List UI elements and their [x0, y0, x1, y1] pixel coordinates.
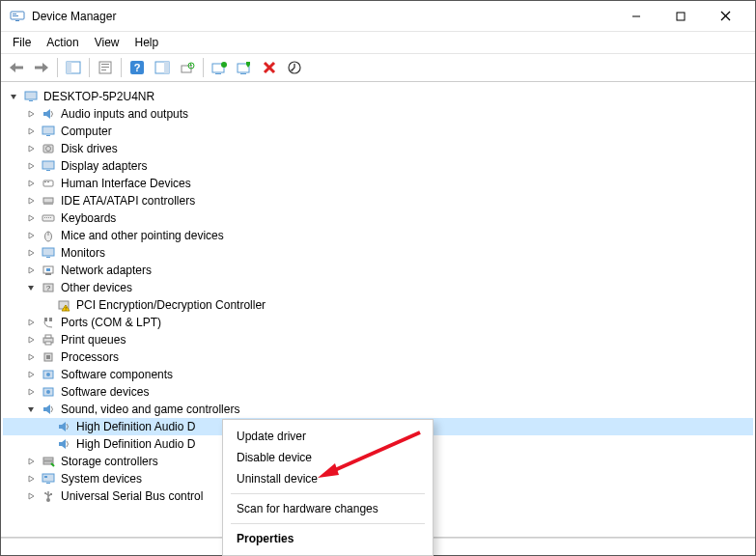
uninstall-device-button[interactable]	[258, 56, 281, 79]
chevron-right-icon[interactable]	[24, 177, 38, 190]
console-tree-button[interactable]	[62, 56, 85, 79]
separator	[57, 58, 58, 77]
chevron-right-icon[interactable]	[24, 211, 38, 225]
svg-rect-50	[42, 248, 54, 256]
context-uninstall-device[interactable]: Uninstall device	[223, 468, 433, 489]
svg-rect-3	[15, 20, 19, 21]
tree-category[interactable]: IDE ATA/ATAPI controllers	[3, 192, 753, 209]
chevron-down-icon[interactable]	[7, 90, 20, 103]
chevron-right-icon[interactable]	[24, 229, 38, 242]
menu-help[interactable]: Help	[129, 34, 165, 51]
tree-category[interactable]: Mice and other pointing devices	[3, 227, 753, 244]
svg-point-67	[46, 373, 50, 376]
chevron-right-icon[interactable]	[24, 368, 38, 381]
svg-rect-13	[101, 64, 109, 65]
tree-root-node[interactable]: DESKTOP-5P2U4NR	[3, 88, 753, 105]
tree-device[interactable]: !PCI Encryption/Decryption Controller	[3, 296, 753, 314]
chevron-right-icon[interactable]	[24, 246, 38, 260]
svg-rect-8	[15, 67, 23, 70]
tree-category-label: Disk drives	[61, 142, 118, 155]
chevron-right-icon[interactable]	[24, 333, 38, 347]
menu-view[interactable]: View	[89, 34, 126, 51]
tree-category-label: Print queues	[61, 333, 126, 347]
chevron-down-icon[interactable]	[24, 403, 38, 416]
close-button[interactable]	[703, 2, 747, 31]
chevron-right-icon[interactable]	[24, 455, 38, 468]
chevron-down-icon[interactable]	[24, 281, 38, 294]
speaker-icon	[40, 106, 57, 122]
chevron-right-icon[interactable]	[24, 107, 38, 121]
menu-action[interactable]: Action	[41, 34, 84, 51]
svg-rect-72	[42, 474, 54, 482]
tree-category[interactable]: Print queues	[3, 331, 753, 348]
svg-rect-54	[46, 268, 50, 271]
chevron-right-icon[interactable]	[24, 125, 38, 138]
svg-rect-26	[240, 73, 246, 74]
action-pane-button[interactable]	[151, 56, 174, 79]
tree-category[interactable]: Display adapters	[3, 157, 753, 175]
tree-category[interactable]: Monitors	[3, 244, 753, 262]
tree-category[interactable]: Human Interface Devices	[3, 175, 753, 192]
tree-category[interactable]: Audio inputs and outputs	[3, 105, 753, 123]
context-menu: Update driver Disable device Uninstall d…	[222, 419, 434, 556]
storage-icon	[40, 454, 57, 469]
chevron-right-icon[interactable]	[24, 385, 38, 399]
chevron-right-icon[interactable]	[24, 264, 38, 277]
tree-category[interactable]: Sound, video and game controllers	[3, 401, 753, 418]
other-icon: ?	[40, 280, 57, 295]
chevron-right-icon[interactable]	[24, 159, 38, 173]
computer-icon	[22, 89, 40, 104]
chevron-right-icon[interactable]	[24, 316, 38, 329]
tree-category[interactable]: ?Other devices	[3, 279, 753, 296]
tree-category-label: System devices	[61, 472, 142, 486]
tree-category[interactable]: Processors	[3, 348, 753, 366]
svg-rect-36	[42, 161, 54, 169]
tree-category[interactable]: Keyboards	[3, 209, 753, 227]
maximize-button[interactable]	[658, 2, 703, 31]
forward-button[interactable]	[30, 56, 53, 79]
svg-rect-42	[43, 203, 53, 205]
tree-category-label: Software components	[61, 368, 173, 381]
tree-category[interactable]: Network adapters	[3, 262, 753, 279]
monitor-icon	[40, 124, 57, 139]
tree-category[interactable]: Software components	[3, 366, 753, 383]
tree-category-label: Network adapters	[61, 264, 152, 277]
scan-hardware-button[interactable]	[176, 56, 199, 79]
svg-rect-14	[101, 67, 109, 68]
svg-rect-33	[46, 135, 50, 136]
svg-rect-46	[48, 217, 49, 218]
window-title: Device Manager	[32, 10, 614, 23]
context-properties[interactable]: Properties	[223, 528, 433, 549]
svg-rect-62	[45, 335, 51, 338]
add-legacy-button[interactable]	[283, 56, 306, 79]
disable-device-button[interactable]	[233, 56, 256, 79]
back-button[interactable]	[5, 56, 28, 79]
mouse-icon	[40, 228, 57, 243]
menu-file[interactable]: File	[7, 34, 37, 51]
properties-button[interactable]	[94, 56, 117, 79]
context-update-driver[interactable]: Update driver	[223, 426, 433, 447]
tree-category[interactable]: Software devices	[3, 383, 753, 401]
svg-rect-51	[46, 257, 50, 258]
chevron-right-icon[interactable]	[24, 194, 38, 208]
update-driver-button[interactable]	[208, 56, 231, 79]
tree-category[interactable]: Ports (COM & LPT)	[3, 314, 753, 331]
context-disable-device[interactable]: Disable device	[223, 447, 433, 468]
chevron-right-icon[interactable]	[24, 472, 38, 486]
chevron-right-icon[interactable]	[24, 489, 38, 503]
svg-rect-73	[46, 483, 50, 484]
minimize-button[interactable]	[614, 2, 658, 31]
chevron-right-icon[interactable]	[24, 350, 38, 364]
chevron-right-icon[interactable]	[24, 142, 38, 155]
help-button[interactable]: ?	[126, 56, 149, 79]
tree-category-label: Sound, video and game controllers	[61, 403, 239, 416]
warn-icon: !	[55, 297, 72, 313]
svg-rect-23	[215, 73, 221, 74]
ide-icon	[40, 193, 57, 208]
tree-category-label: Other devices	[61, 281, 132, 294]
context-scan-hardware[interactable]: Scan for hardware changes	[223, 498, 433, 519]
tree-category[interactable]: Disk drives	[3, 140, 753, 157]
tree-category[interactable]: Computer	[3, 123, 753, 140]
separator	[89, 58, 90, 77]
sw-icon	[40, 367, 57, 382]
